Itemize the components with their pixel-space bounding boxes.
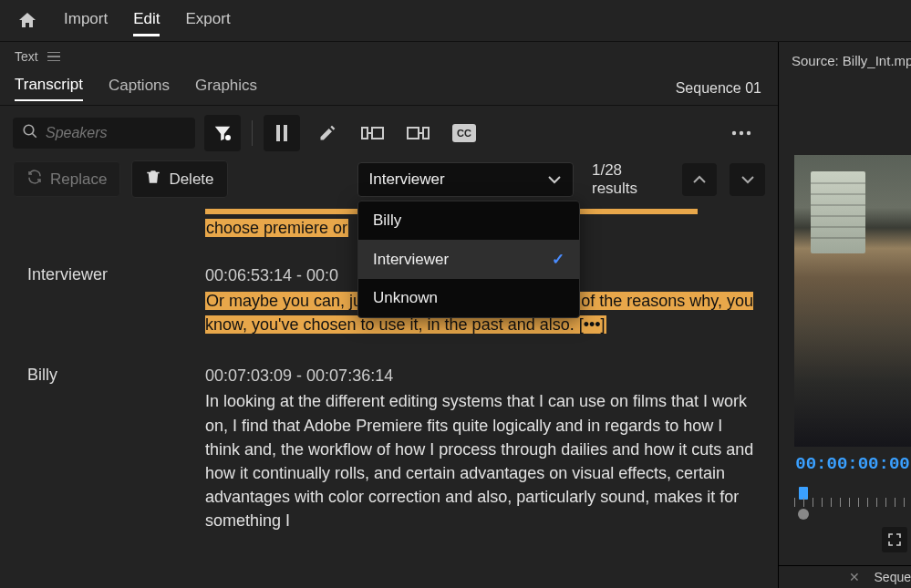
speaker-option-billy[interactable]: Billy bbox=[358, 201, 579, 240]
search-icon bbox=[22, 123, 38, 143]
results-count: 1/28 results bbox=[592, 161, 669, 198]
zoom-knob[interactable] bbox=[798, 509, 809, 520]
filter-button[interactable] bbox=[204, 115, 241, 151]
nav-edit[interactable]: Edit bbox=[133, 5, 160, 36]
speaker-select[interactable]: Interviewer bbox=[357, 162, 574, 197]
results-nav: 1/28 results bbox=[592, 161, 765, 198]
nav-export[interactable]: Export bbox=[185, 5, 230, 36]
source-label: Source: Billy_Int.mp bbox=[779, 42, 911, 68]
speaker-name[interactable]: Billy bbox=[27, 364, 178, 532]
nav-import[interactable]: Import bbox=[64, 5, 108, 36]
svg-text:CC: CC bbox=[457, 128, 471, 139]
panel-divider bbox=[779, 565, 911, 566]
action-row: Replace Delete Interviewer 1/28 results bbox=[0, 157, 778, 207]
top-bar: Import Edit Export bbox=[0, 0, 911, 42]
more-button[interactable] bbox=[723, 115, 760, 151]
delete-label: Delete bbox=[169, 170, 213, 189]
preview-frame[interactable] bbox=[794, 155, 911, 447]
speaker-name[interactable]: Interviewer bbox=[27, 263, 178, 336]
svg-rect-3 bbox=[362, 128, 368, 139]
timecode[interactable]: 00:00:00:00 bbox=[794, 454, 911, 474]
close-icon[interactable]: ✕ bbox=[849, 570, 860, 584]
svg-rect-4 bbox=[372, 128, 383, 139]
svg-rect-6 bbox=[423, 128, 429, 139]
svg-point-10 bbox=[740, 131, 743, 135]
text-panel: Text Transcript Captions Graphics Sequen… bbox=[0, 42, 779, 588]
check-icon: ✓ bbox=[552, 250, 564, 269]
chevron-down-icon bbox=[547, 170, 562, 189]
segment-timestamp: 00:07:03:09 - 00:07:36:14 bbox=[205, 364, 758, 387]
svg-rect-1 bbox=[276, 125, 280, 141]
prev-result-button[interactable] bbox=[682, 163, 718, 196]
cc-button[interactable]: CC bbox=[446, 115, 482, 151]
merge-right-button[interactable] bbox=[400, 115, 437, 151]
svg-point-11 bbox=[747, 131, 751, 135]
pause-button[interactable] bbox=[264, 115, 300, 151]
toolbar-divider bbox=[252, 120, 253, 146]
text-col[interactable]: 00:07:03:09 - 00:07:36:14 In looking at … bbox=[205, 364, 758, 532]
option-label: Billy bbox=[373, 211, 401, 230]
speaker-dropdown: Billy Interviewer ✓ Unknown bbox=[357, 201, 580, 318]
bottom-label[interactable]: Seque bbox=[875, 570, 911, 584]
panel-title-row: Text bbox=[0, 42, 778, 71]
search-box[interactable] bbox=[13, 118, 195, 149]
next-result-button[interactable] bbox=[730, 163, 765, 196]
tab-captions[interactable]: Captions bbox=[109, 77, 170, 100]
speaker-option-unknown[interactable]: Unknown bbox=[358, 279, 579, 317]
toolbar: CC bbox=[0, 106, 778, 157]
home-icon[interactable] bbox=[16, 10, 38, 32]
subtab-row: Transcript Captions Graphics Sequence 01 bbox=[0, 71, 778, 106]
option-label: Interviewer bbox=[373, 251, 449, 269]
transcript-segment: Billy 00:07:03:09 - 00:07:36:14 In looki… bbox=[27, 364, 758, 532]
option-label: Unknown bbox=[373, 289, 438, 307]
svg-point-9 bbox=[732, 131, 736, 135]
replace-icon bbox=[26, 169, 43, 190]
svg-rect-2 bbox=[284, 125, 287, 141]
time-ruler[interactable] bbox=[794, 485, 911, 512]
panel-title: Text bbox=[15, 49, 38, 64]
speaker-col bbox=[27, 209, 178, 243]
replace-label: Replace bbox=[50, 170, 107, 189]
tab-graphics[interactable]: Graphics bbox=[195, 77, 257, 100]
sequence-label: Sequence 01 bbox=[676, 80, 761, 97]
speaker-option-interviewer[interactable]: Interviewer ✓ bbox=[358, 240, 579, 279]
delete-button[interactable]: Delete bbox=[131, 160, 227, 198]
tab-transcript[interactable]: Transcript bbox=[15, 76, 83, 101]
replace-button: Replace bbox=[13, 161, 120, 197]
panel-menu-icon[interactable] bbox=[47, 49, 60, 64]
ruler-ticks bbox=[794, 498, 911, 507]
merge-left-button[interactable] bbox=[355, 115, 391, 151]
expand-button[interactable] bbox=[882, 527, 907, 552]
source-panel: Source: Billy_Int.mp 00:00:00:00 ✕ Seque bbox=[779, 42, 911, 588]
top-nav: Import Edit Export bbox=[64, 5, 231, 36]
speaker-select-value: Interviewer bbox=[369, 170, 445, 189]
trash-icon bbox=[145, 168, 161, 191]
segment-text: In looking at the different editing syst… bbox=[205, 392, 753, 529]
search-input[interactable] bbox=[46, 125, 186, 141]
svg-point-0 bbox=[24, 125, 34, 135]
segment-text: choose premiere or bbox=[205, 219, 348, 237]
edit-pencil-button[interactable] bbox=[309, 115, 346, 151]
svg-rect-5 bbox=[408, 128, 419, 139]
